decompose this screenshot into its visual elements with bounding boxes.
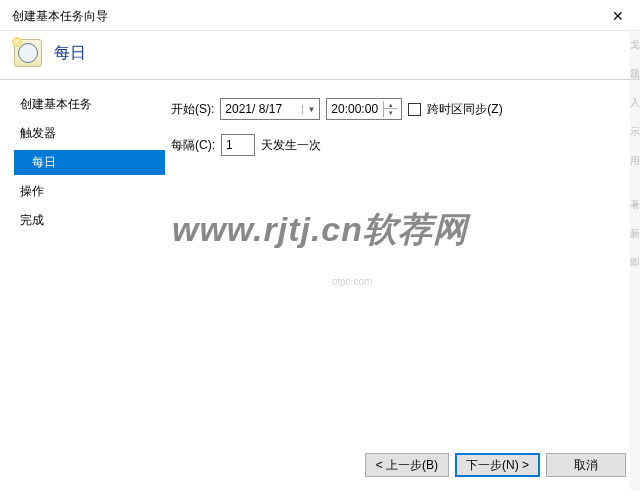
start-label: 开始(S): [171,101,214,118]
wizard-header: 每日 [0,31,640,80]
page-title: 每日 [54,43,86,64]
date-value: 2021/ 8/17 [225,102,282,116]
content-panel: 开始(S): 2021/ 8/17 ▼ 20:00:00 ▲ ▼ 跨时区同步(Z… [165,80,640,460]
time-spinner[interactable]: ▲ ▼ [383,101,397,117]
close-icon[interactable]: ✕ [604,6,632,26]
window-title: 创建基本任务向导 [12,8,108,25]
clock-icon [14,39,42,67]
interval-row: 每隔(C): 天发生一次 [171,134,626,156]
sidebar-item-create-task[interactable]: 创建基本任务 [14,92,165,117]
interval-label: 每隔(C): [171,137,215,154]
interval-input[interactable] [221,134,255,156]
spinner-up-icon[interactable]: ▲ [384,101,397,109]
interval-suffix: 天发生一次 [261,137,321,154]
sidebar-item-action[interactable]: 操作 [14,179,165,204]
button-bar: < 上一步(B) 下一步(N) > 取消 [365,453,626,477]
timezone-sync-checkbox[interactable] [408,103,421,116]
title-bar: 创建基本任务向导 ✕ [0,0,640,31]
date-input[interactable]: 2021/ 8/17 ▼ [220,98,320,120]
next-button[interactable]: 下一步(N) > [455,453,540,477]
back-button[interactable]: < 上一步(B) [365,453,449,477]
cancel-button[interactable]: 取消 [546,453,626,477]
sidebar-item-trigger[interactable]: 触发器 [14,121,165,146]
chevron-down-icon[interactable]: ▼ [302,105,315,114]
sidebar-item-daily[interactable]: 每日 [14,150,165,175]
wizard-body: 创建基本任务 触发器 每日 操作 完成 开始(S): 2021/ 8/17 ▼ … [0,80,640,460]
spinner-down-icon[interactable]: ▼ [384,109,397,117]
start-row: 开始(S): 2021/ 8/17 ▼ 20:00:00 ▲ ▼ 跨时区同步(Z… [171,98,626,120]
timezone-sync-label: 跨时区同步(Z) [427,101,502,118]
time-input[interactable]: 20:00:00 ▲ ▼ [326,98,402,120]
sidebar-item-finish[interactable]: 完成 [14,208,165,233]
sidebar: 创建基本任务 触发器 每日 操作 完成 [0,80,165,460]
right-edge-clip: 戈 题 入 示 用 著 新 即 [630,30,640,490]
time-value: 20:00:00 [331,102,379,116]
